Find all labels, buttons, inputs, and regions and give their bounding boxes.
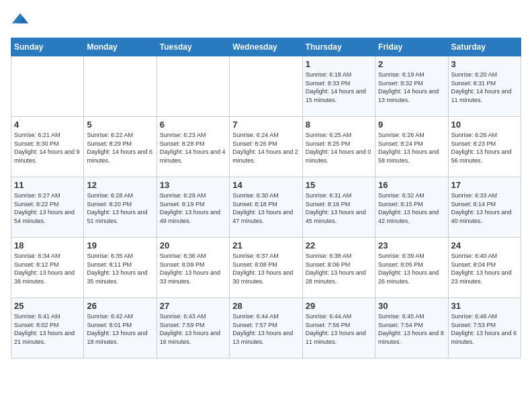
day-info: Sunrise: 6:20 AM Sunset: 8:31 PM Dayligh… [451,71,518,104]
day-info: Sunrise: 6:25 AM Sunset: 8:25 PM Dayligh… [306,131,372,165]
day-cell: 5Sunrise: 6:22 AM Sunset: 8:29 PM Daylig… [84,117,157,177]
day-cell: 22Sunrise: 6:38 AM Sunset: 8:06 PM Dayli… [302,238,375,298]
day-cell: 4Sunrise: 6:21 AM Sunset: 8:30 PM Daylig… [11,117,84,177]
col-header-sunday: Sunday [11,38,84,56]
day-number: 14 [232,180,299,190]
day-info: Sunrise: 6:46 AM Sunset: 7:53 PM Dayligh… [451,312,518,346]
day-cell: 29Sunrise: 6:44 AM Sunset: 7:56 PM Dayli… [302,298,375,359]
week-row-2: 4Sunrise: 6:21 AM Sunset: 8:30 PM Daylig… [11,117,521,177]
day-number: 6 [160,120,226,130]
day-cell: 9Sunrise: 6:26 AM Sunset: 8:24 PM Daylig… [375,117,448,177]
day-cell [11,56,84,117]
day-number: 21 [232,240,299,250]
day-number: 28 [232,301,299,311]
calendar-table: SundayMondayTuesdayWednesdayThursdayFrid… [11,38,521,359]
day-cell: 25Sunrise: 6:41 AM Sunset: 8:02 PM Dayli… [11,298,84,359]
day-info: Sunrise: 6:21 AM Sunset: 8:30 PM Dayligh… [14,131,81,165]
day-number: 29 [306,301,372,311]
day-number: 24 [451,240,518,250]
day-info: Sunrise: 6:36 AM Sunset: 8:09 PM Dayligh… [160,252,226,285]
day-number: 13 [160,180,226,190]
day-number: 12 [87,180,153,190]
day-info: Sunrise: 6:40 AM Sunset: 8:04 PM Dayligh… [451,252,518,285]
col-header-wednesday: Wednesday [230,38,302,56]
day-info: Sunrise: 6:23 AM Sunset: 8:28 PM Dayligh… [160,131,226,165]
day-info: Sunrise: 6:30 AM Sunset: 8:18 PM Dayligh… [232,191,299,225]
col-header-thursday: Thursday [302,38,375,56]
logo-icon [11,11,30,30]
day-number: 2 [378,59,445,69]
day-cell: 16Sunrise: 6:32 AM Sunset: 8:15 PM Dayli… [375,177,448,238]
col-header-friday: Friday [375,38,448,56]
day-info: Sunrise: 6:27 AM Sunset: 8:22 PM Dayligh… [14,191,81,225]
week-row-5: 25Sunrise: 6:41 AM Sunset: 8:02 PM Dayli… [11,298,521,359]
day-cell: 1Sunrise: 6:18 AM Sunset: 8:33 PM Daylig… [302,56,375,117]
day-info: Sunrise: 6:44 AM Sunset: 7:56 PM Dayligh… [306,312,372,346]
day-number: 26 [87,301,153,311]
day-number: 1 [306,59,372,69]
day-number: 23 [378,240,445,250]
day-number: 30 [378,301,445,311]
day-number: 20 [160,240,226,250]
day-number: 19 [87,240,153,250]
week-row-4: 18Sunrise: 6:34 AM Sunset: 8:12 PM Dayli… [11,238,521,298]
day-info: Sunrise: 6:18 AM Sunset: 8:33 PM Dayligh… [306,71,372,104]
day-number: 27 [160,301,226,311]
day-info: Sunrise: 6:31 AM Sunset: 8:16 PM Dayligh… [306,191,372,225]
day-number: 8 [306,120,372,130]
day-cell [84,56,157,117]
day-cell: 15Sunrise: 6:31 AM Sunset: 8:16 PM Dayli… [302,177,375,238]
day-cell: 19Sunrise: 6:35 AM Sunset: 8:11 PM Dayli… [84,238,157,298]
day-info: Sunrise: 6:19 AM Sunset: 8:32 PM Dayligh… [378,71,445,104]
day-cell: 30Sunrise: 6:45 AM Sunset: 7:54 PM Dayli… [375,298,448,359]
day-cell: 23Sunrise: 6:39 AM Sunset: 8:05 PM Dayli… [375,238,448,298]
day-number: 25 [14,301,81,311]
day-cell: 24Sunrise: 6:40 AM Sunset: 8:04 PM Dayli… [448,238,521,298]
col-header-tuesday: Tuesday [157,38,229,56]
day-cell: 17Sunrise: 6:33 AM Sunset: 8:14 PM Dayli… [448,177,521,238]
day-info: Sunrise: 6:41 AM Sunset: 8:02 PM Dayligh… [14,312,81,346]
col-header-saturday: Saturday [448,38,521,56]
day-number: 17 [451,180,518,190]
day-info: Sunrise: 6:35 AM Sunset: 8:11 PM Dayligh… [87,252,153,285]
day-cell: 20Sunrise: 6:36 AM Sunset: 8:09 PM Dayli… [157,238,229,298]
day-info: Sunrise: 6:26 AM Sunset: 8:24 PM Dayligh… [378,131,445,165]
day-cell: 28Sunrise: 6:44 AM Sunset: 7:57 PM Dayli… [230,298,302,359]
day-info: Sunrise: 6:44 AM Sunset: 7:57 PM Dayligh… [232,312,299,346]
day-info: Sunrise: 6:34 AM Sunset: 8:12 PM Dayligh… [14,252,81,285]
day-number: 18 [14,240,81,250]
header [11,11,521,30]
day-cell [230,56,302,117]
day-info: Sunrise: 6:43 AM Sunset: 7:59 PM Dayligh… [160,312,226,346]
day-cell: 13Sunrise: 6:29 AM Sunset: 8:19 PM Dayli… [157,177,229,238]
day-cell: 10Sunrise: 6:26 AM Sunset: 8:23 PM Dayli… [448,117,521,177]
day-cell: 3Sunrise: 6:20 AM Sunset: 8:31 PM Daylig… [448,56,521,117]
day-info: Sunrise: 6:37 AM Sunset: 8:08 PM Dayligh… [232,252,299,285]
day-number: 5 [87,120,153,130]
day-info: Sunrise: 6:38 AM Sunset: 8:06 PM Dayligh… [306,252,372,285]
day-cell: 11Sunrise: 6:27 AM Sunset: 8:22 PM Dayli… [11,177,84,238]
day-info: Sunrise: 6:28 AM Sunset: 8:20 PM Dayligh… [87,191,153,225]
day-cell: 27Sunrise: 6:43 AM Sunset: 7:59 PM Dayli… [157,298,229,359]
day-cell: 18Sunrise: 6:34 AM Sunset: 8:12 PM Dayli… [11,238,84,298]
day-info: Sunrise: 6:24 AM Sunset: 8:26 PM Dayligh… [232,131,299,165]
week-row-1: 1Sunrise: 6:18 AM Sunset: 8:33 PM Daylig… [11,56,521,117]
day-info: Sunrise: 6:33 AM Sunset: 8:14 PM Dayligh… [451,191,518,225]
col-header-monday: Monday [84,38,157,56]
day-number: 10 [451,120,518,130]
day-cell: 21Sunrise: 6:37 AM Sunset: 8:08 PM Dayli… [230,238,302,298]
day-cell: 31Sunrise: 6:46 AM Sunset: 7:53 PM Dayli… [448,298,521,359]
day-number: 22 [306,240,372,250]
day-cell: 7Sunrise: 6:24 AM Sunset: 8:26 PM Daylig… [230,117,302,177]
day-cell: 2Sunrise: 6:19 AM Sunset: 8:32 PM Daylig… [375,56,448,117]
day-info: Sunrise: 6:39 AM Sunset: 8:05 PM Dayligh… [378,252,445,285]
day-cell [157,56,229,117]
day-number: 3 [451,59,518,69]
day-info: Sunrise: 6:45 AM Sunset: 7:54 PM Dayligh… [378,312,445,346]
day-number: 7 [232,120,299,130]
day-info: Sunrise: 6:22 AM Sunset: 8:29 PM Dayligh… [87,131,153,165]
day-cell: 14Sunrise: 6:30 AM Sunset: 8:18 PM Dayli… [230,177,302,238]
day-cell: 12Sunrise: 6:28 AM Sunset: 8:20 PM Dayli… [84,177,157,238]
day-cell: 6Sunrise: 6:23 AM Sunset: 8:28 PM Daylig… [157,117,229,177]
day-info: Sunrise: 6:26 AM Sunset: 8:23 PM Dayligh… [451,131,518,165]
